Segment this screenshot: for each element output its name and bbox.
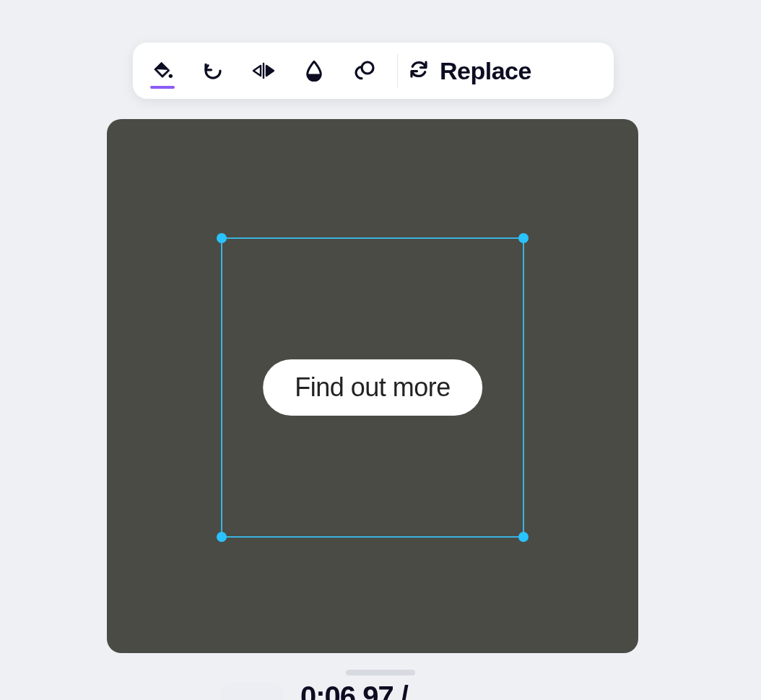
flip-horizontal-icon (251, 60, 276, 82)
footer-bar: 0:06.97 / (0, 670, 761, 700)
rotate-button[interactable] (188, 45, 238, 96)
resize-handle-bottom-right[interactable] (518, 532, 529, 542)
layers-button[interactable] (339, 45, 390, 96)
drag-handle-icon[interactable] (346, 670, 415, 675)
replace-button[interactable]: Replace (408, 57, 531, 85)
fill-icon (151, 59, 174, 82)
cta-pill[interactable]: Find out more (263, 359, 482, 416)
fill-button[interactable] (137, 45, 188, 96)
resize-handle-top-left[interactable] (217, 233, 227, 243)
flip-button[interactable] (238, 45, 289, 96)
toolbar: Replace (133, 43, 614, 99)
canvas-stage[interactable]: Find out more (107, 119, 638, 653)
opacity-icon (304, 60, 324, 82)
replace-label: Replace (440, 57, 531, 85)
timecode: 0:06.97 / (300, 681, 408, 700)
footer-chip[interactable] (221, 683, 283, 700)
resize-handle-bottom-left[interactable] (217, 532, 227, 542)
selection-box[interactable]: Find out more (221, 237, 524, 538)
rotate-ccw-icon (202, 60, 224, 82)
opacity-button[interactable] (289, 45, 339, 96)
svg-point-2 (362, 62, 373, 74)
svg-point-0 (169, 74, 173, 78)
layers-icon (353, 59, 376, 82)
resize-handle-top-right[interactable] (518, 233, 529, 243)
sync-icon (408, 58, 430, 83)
toolbar-divider (397, 54, 398, 87)
active-indicator (150, 86, 175, 89)
